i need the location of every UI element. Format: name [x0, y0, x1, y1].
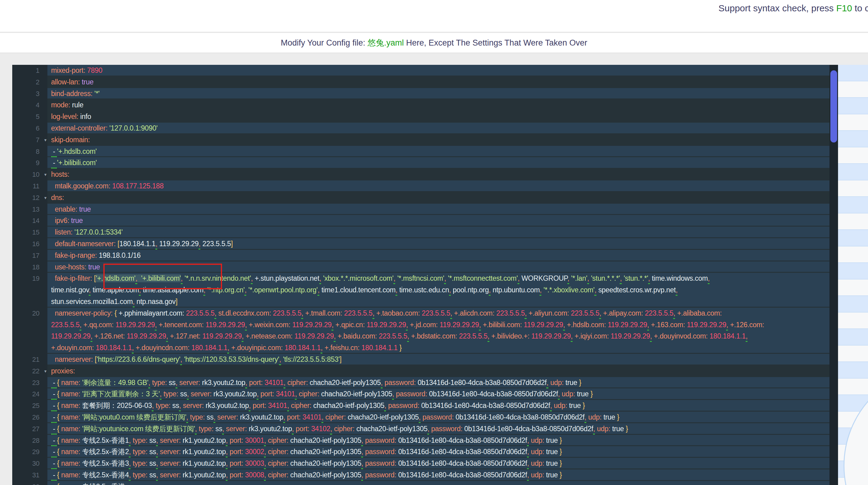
code-line-3[interactable]: 3bind-address: '*' [12, 88, 830, 100]
code-text[interactable]: mode: rule [48, 99, 830, 111]
code-line-2[interactable]: 2allow-lan: true [12, 76, 830, 88]
code-token: proxies: [51, 367, 75, 375]
gutter: 12▾ [12, 192, 48, 204]
code-line-25[interactable]: 25 - { name: 套餐到期：2025-06-03, type: ss, … [12, 400, 830, 412]
code-line-32[interactable]: 32 - { name: 专线2.5x-香港 [12, 481, 830, 485]
code-line-5[interactable]: 5log-level: info [12, 111, 830, 123]
code-text[interactable]: external-controller: '127.0.0.1:9090' [48, 123, 830, 134]
code-text[interactable]: 119.29.29.29, +.126.net: 119.29.29.29, +… [48, 330, 830, 342]
code-token: allow-lan: [51, 78, 82, 86]
code-line-1[interactable]: 1mixed-port: 7890 [12, 65, 830, 76]
fold-toggle-icon[interactable]: ▾ [44, 134, 46, 146]
code-token: listen: [51, 228, 74, 236]
code-line-28[interactable]: 28 - { name: 专线2.5x-香港1, type: ss, serve… [12, 435, 830, 447]
code-text[interactable]: nameserver: ['https://223.6.6.6/dns-quer… [48, 354, 830, 365]
scrollbar-thumb[interactable] [830, 70, 837, 142]
code-text[interactable]: - { name: 专线2.5x-香港1, type: ss, server: … [48, 435, 830, 447]
code-text[interactable]: - { name: 专线2.5x-香港4, type: ss, server: … [48, 470, 830, 481]
code-text[interactable]: mtalk.google.com: 108.177.125.188 [48, 181, 830, 192]
code-line-20-row4[interactable]: +.douyin.com: 180.184.1.1, +.douyincdn.c… [12, 342, 830, 354]
code-text[interactable]: allow-lan: true [48, 76, 830, 88]
code-text[interactable]: skip-domain: [48, 134, 830, 146]
code-line-13[interactable]: 13 enable: true [12, 204, 830, 215]
code-text[interactable]: default-nameserver: [180.184.1.1, 119.29… [48, 238, 830, 250]
code-text[interactable]: - { name: 套餐到期：2025-06-03, type: ss, ser… [48, 400, 830, 412]
code-text[interactable]: bind-address: '*' [48, 88, 830, 100]
code-line-20-row1[interactable]: 20 nameserver-policy: { +.pphimalayanrt.… [12, 308, 830, 319]
code-token: 专线2.5x-香港3 [82, 459, 129, 467]
code-line-20-row3[interactable]: 119.29.29.29, +.126.net: 119.29.29.29, +… [12, 330, 830, 342]
code-line-22[interactable]: 22▾proxies: [12, 365, 830, 377]
code-line-23[interactable]: 23 - { name: '剩余流量：49.98 GB', type: ss, … [12, 377, 830, 389]
code-line-29[interactable]: 29 - { name: 专线2.5x-香港2, type: ss, serve… [12, 446, 830, 458]
code-text[interactable]: fake-ip-range: 198.18.0.1/16 [48, 250, 830, 261]
code-line-30[interactable]: 30 - { name: 专线2.5x-香港3, type: ss, serve… [12, 458, 830, 470]
code-line-15[interactable]: 15 listen: '127.0.0.1:5334' [12, 227, 830, 238]
code-line-10[interactable]: 10▾hosts: [12, 169, 830, 181]
code-text[interactable]: - { name: '剩余流量：49.98 GB', type: ss, ser… [48, 377, 830, 389]
code-line-12[interactable]: 12▾dns: [12, 192, 830, 204]
editor-scrollbar[interactable] [830, 65, 838, 485]
code-token: 180.184.1.1 [96, 344, 132, 352]
code-text[interactable]: ipv6: true [48, 215, 830, 227]
code-token: { [57, 437, 61, 444]
gutter [12, 296, 48, 308]
code-token: server: [224, 425, 249, 433]
code-line-20-row2[interactable]: 223.5.5.5, +.qq.com: 119.29.29.29, +.ten… [12, 319, 830, 331]
code-token: '网站:youtu0.com 续费后更新订阅' [82, 413, 187, 421]
code-line-14[interactable]: 14 ipv6: true [12, 215, 830, 227]
code-text[interactable]: - { name: 专线2.5x-香港3, type: ss, server: … [48, 458, 830, 470]
code-text[interactable]: hosts: [48, 169, 830, 181]
code-token: chacha20-ietf-poly1305 [321, 390, 393, 398]
code-line-16[interactable]: 16 default-nameserver: [180.184.1.1, 119… [12, 238, 830, 250]
code-token: +.weixin.com: [247, 321, 292, 329]
code-token: 专线2.5x-香港4 [82, 471, 129, 479]
line-number: 24 [32, 390, 39, 398]
code-text[interactable]: - { name: '网站:youtu0.com 续费后更新订阅', type:… [48, 412, 830, 423]
code-token: dns: [51, 194, 64, 201]
code-line-24[interactable]: 24 - { name: '距离下次重置剩余：3 天', type: ss, s… [12, 388, 830, 400]
fold-toggle-icon[interactable]: ▾ [44, 192, 46, 204]
code-text[interactable]: log-level: info [48, 111, 830, 123]
code-text[interactable]: stun.services.mozilla1.com, ntp.nasa.gov… [48, 296, 830, 308]
code-line-11[interactable]: 11 mtalk.google.com: 108.177.125.188 [12, 181, 830, 192]
fold-toggle-icon[interactable]: ▾ [44, 169, 46, 181]
code-token: udp: [586, 413, 603, 421]
code-text[interactable]: - { name: '网站:youtunice.com 续费后更新订阅', ty… [48, 423, 830, 435]
code-token: '网站:youtunice.com 续费后更新订阅' [82, 425, 195, 433]
fold-toggle-icon[interactable]: ▾ [44, 365, 46, 377]
code-text[interactable]: listen: '127.0.0.1:5334' [48, 227, 830, 238]
code-text[interactable]: dns: [48, 192, 830, 204]
code-text[interactable]: 223.5.5.5, +.qq.com: 119.29.29.29, +.ten… [48, 319, 830, 331]
code-text[interactable]: - { name: 专线2.5x-香港2, type: ss, server: … [48, 446, 830, 458]
code-line-7[interactable]: 7▾skip-domain: [12, 134, 830, 146]
code-token: - [51, 448, 57, 456]
code-token: password: [429, 425, 464, 433]
code-line-8[interactable]: 8 - '+.hdslb.com' [12, 146, 830, 158]
code-line-26[interactable]: 26 - { name: '网站:youtu0.com 续费后更新订阅', ty… [12, 412, 830, 423]
code-line-27[interactable]: 27 - { name: '网站:youtunice.com 续费后更新订阅',… [12, 423, 830, 435]
code-line-17[interactable]: 17 fake-ip-range: 198.18.0.1/16 [12, 250, 830, 261]
code-text[interactable]: - { name: 专线2.5x-香港 [48, 481, 830, 485]
code-token: cipher: [266, 437, 290, 444]
code-line-21[interactable]: 21 nameserver: ['https://223.6.6.6/dns-q… [12, 354, 830, 365]
line-number: 30 [32, 460, 39, 467]
line-number: 27 [32, 425, 39, 433]
code-text[interactable]: - '+.bilibili.com' [48, 157, 830, 169]
code-token: cipher: [285, 379, 310, 387]
code-line-19-row3[interactable]: stun.services.mozilla1.com, ntp.nasa.gov… [12, 296, 830, 308]
code-text[interactable]: enable: true [48, 204, 830, 215]
code-text[interactable]: - '+.hdslb.com' [48, 146, 830, 158]
code-line-31[interactable]: 31 - { name: 专线2.5x-香港4, type: ss, serve… [12, 470, 830, 481]
code-text[interactable]: mixed-port: 7890 [48, 65, 830, 76]
gutter: 8 [12, 146, 48, 158]
code-token: password: [421, 413, 456, 421]
code-text[interactable]: proxies: [48, 365, 830, 377]
code-line-9[interactable]: 9 - '+.bilibili.com' [12, 157, 830, 169]
code-token: '*.*.xboxlive.com' [544, 286, 595, 294]
code-text[interactable]: nameserver-policy: { +.pphimalayanrt.com… [48, 308, 830, 319]
code-text[interactable]: +.douyin.com: 180.184.1.1, +.douyincdn.c… [48, 342, 830, 354]
code-text[interactable]: - { name: '距离下次重置剩余：3 天', type: ss, serv… [48, 388, 830, 400]
code-line-4[interactable]: 4mode: rule [12, 99, 830, 111]
code-line-6[interactable]: 6external-controller: '127.0.0.1:9090' [12, 123, 830, 134]
